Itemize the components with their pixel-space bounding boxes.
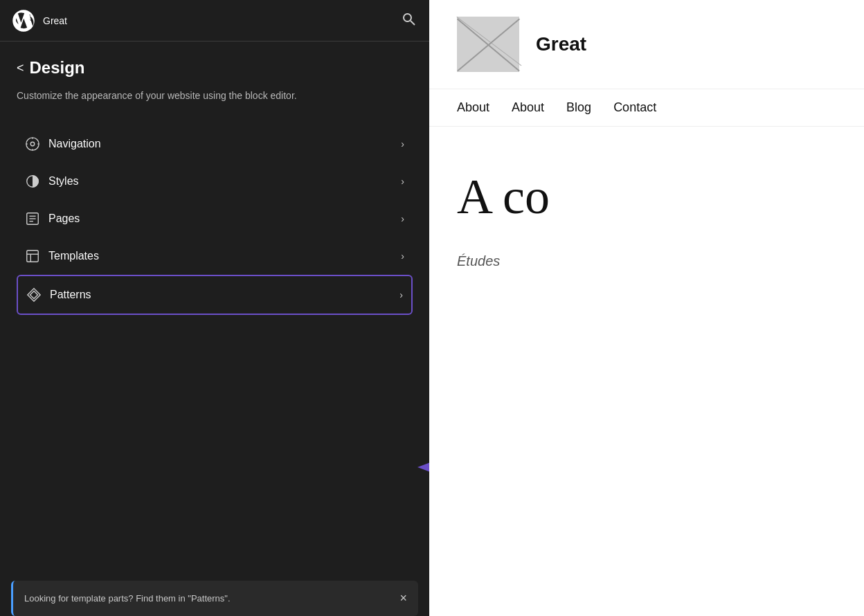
menu-item-styles-label: Styles bbox=[48, 175, 79, 188]
menu-item-templates-left: Templates bbox=[25, 248, 99, 264]
menu-list: Navigation › Styles › bbox=[17, 125, 413, 315]
menu-item-patterns-left: Patterns bbox=[26, 287, 91, 302]
menu-item-patterns[interactable]: Patterns › bbox=[17, 275, 413, 315]
half-circle-icon bbox=[25, 174, 40, 189]
preview-area: Great About About Blog Contact A co Étud… bbox=[429, 0, 864, 616]
preview-inner: Great About About Blog Contact A co Étud… bbox=[429, 0, 864, 616]
svg-point-2 bbox=[26, 138, 39, 150]
topbar: Great bbox=[0, 0, 429, 42]
patterns-icon bbox=[26, 287, 42, 302]
menu-item-patterns-label: Patterns bbox=[50, 289, 91, 301]
menu-item-navigation-label: Navigation bbox=[48, 138, 101, 150]
preview-nav: About About Blog Contact bbox=[429, 89, 864, 127]
svg-point-7 bbox=[30, 142, 35, 146]
compass-icon bbox=[25, 136, 40, 152]
svg-line-1 bbox=[411, 21, 415, 25]
navigation-chevron-icon: › bbox=[401, 138, 404, 150]
menu-item-navigation[interactable]: Navigation › bbox=[17, 125, 413, 163]
info-box: Looking for template parts? Find them in… bbox=[11, 581, 418, 617]
preview-logo-x-lines bbox=[457, 17, 519, 72]
design-description: Customize the appearance of your website… bbox=[17, 89, 413, 103]
menu-item-pages-label: Pages bbox=[48, 212, 80, 225]
templates-chevron-icon: › bbox=[401, 251, 404, 262]
topbar-site-title: Great bbox=[43, 15, 67, 26]
preview-site-header: Great bbox=[429, 0, 864, 89]
preview-nav-contact: Contact bbox=[613, 100, 656, 115]
search-icon bbox=[402, 12, 415, 26]
sidebar: Great < Design Customize the appearance … bbox=[0, 0, 429, 616]
patterns-chevron-icon: › bbox=[399, 289, 403, 300]
preview-hero-text: A co bbox=[429, 127, 864, 239]
sidebar-content: < Design Customize the appearance of you… bbox=[0, 42, 429, 570]
pages-chevron-icon: › bbox=[401, 213, 404, 224]
topbar-left: Great bbox=[11, 8, 67, 33]
wordpress-logo-icon bbox=[11, 8, 36, 33]
search-button[interactable] bbox=[399, 9, 418, 32]
svg-rect-13 bbox=[27, 251, 39, 262]
preview-nav-about2: About bbox=[512, 100, 544, 115]
info-box-text: Looking for template parts? Find them in… bbox=[24, 592, 391, 606]
svg-marker-17 bbox=[30, 291, 38, 299]
back-button[interactable]: < bbox=[17, 61, 24, 75]
menu-item-pages-left: Pages bbox=[25, 211, 80, 226]
back-row: < Design bbox=[17, 58, 413, 78]
design-title: Design bbox=[30, 58, 85, 78]
preview-nav-blog: Blog bbox=[566, 100, 591, 115]
menu-item-navigation-left: Navigation bbox=[25, 136, 101, 152]
preview-sub-text: Études bbox=[429, 239, 864, 283]
preview-logo-placeholder bbox=[457, 17, 519, 72]
preview-nav-about1: About bbox=[457, 100, 489, 115]
info-box-close-button[interactable]: × bbox=[399, 592, 407, 604]
menu-item-templates[interactable]: Templates › bbox=[17, 237, 413, 275]
preview-site-name: Great bbox=[536, 33, 586, 55]
styles-chevron-icon: › bbox=[401, 176, 404, 187]
menu-item-styles[interactable]: Styles › bbox=[17, 163, 413, 200]
menu-item-pages[interactable]: Pages › bbox=[17, 200, 413, 237]
menu-item-templates-label: Templates bbox=[48, 250, 99, 262]
svg-point-0 bbox=[404, 14, 411, 21]
pages-icon bbox=[25, 211, 40, 226]
template-icon bbox=[25, 248, 40, 264]
menu-item-styles-left: Styles bbox=[25, 174, 79, 189]
